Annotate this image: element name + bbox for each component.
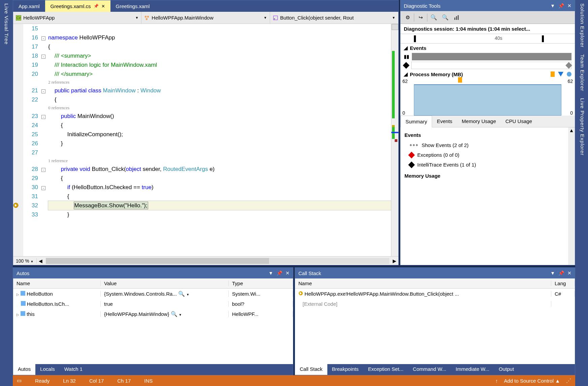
diamond-icon xyxy=(403,62,410,69)
scroll-left-icon[interactable]: ◀ xyxy=(37,258,44,264)
tab-greetings-cs[interactable]: Greetings.xaml.cs 📌 ✕ xyxy=(45,0,110,12)
diag-scrollbar[interactable]: ▲▼ xyxy=(568,127,575,265)
chevron-down-icon: ▼ xyxy=(264,16,267,20)
tab-events[interactable]: Events xyxy=(432,116,457,127)
horizontal-scrollbar[interactable] xyxy=(46,258,389,264)
memory-chart: 62 0 62 0 xyxy=(414,79,561,116)
code-editor[interactable]: 15161718192021222324252627282930313233 -… xyxy=(13,24,398,256)
source-control-button[interactable]: Add to Source Control ▲ xyxy=(504,378,560,384)
col-value[interactable]: Value xyxy=(101,280,229,286)
scroll-right-icon[interactable]: ▶ xyxy=(391,258,398,264)
fold-gutter[interactable]: ------ xyxy=(40,24,48,256)
chart-icon[interactable] xyxy=(452,12,462,23)
tab-callstack[interactable]: Call Stack xyxy=(295,364,327,375)
autos-panel: Autos ▼📌✕ Name Value Type ▷ HelloButton{… xyxy=(13,267,293,375)
memory-header[interactable]: ◢ Process Memory (MB) xyxy=(400,70,575,79)
callstack-title-bar[interactable]: Call Stack ▼📌✕ xyxy=(295,268,575,278)
red-diamond-icon xyxy=(408,152,415,158)
tab-autos[interactable]: Autos xyxy=(13,364,35,375)
tab-label: App.xaml xyxy=(19,3,40,9)
diagnostic-title-bar[interactable]: Diagnostic Tools ▼ 📌 ✕ xyxy=(400,0,575,11)
events-bar xyxy=(412,53,571,60)
pin-icon[interactable]: 📌 xyxy=(558,3,564,8)
col-name[interactable]: Name xyxy=(13,280,101,286)
pin-icon[interactable]: 📌 xyxy=(276,270,282,276)
split-handle-icon[interactable] xyxy=(392,24,398,30)
live-visual-tree-tab[interactable]: Live Visual Tree xyxy=(4,3,9,44)
marker-circle-icon xyxy=(567,72,571,77)
vertical-scrollbar[interactable] xyxy=(391,24,398,256)
tab-exception-settings[interactable]: Exception Set... xyxy=(363,364,408,375)
solution-explorer-tab[interactable]: Solution Explorer xyxy=(575,0,588,51)
autos-tabs: Autos Locals Watch 1 xyxy=(13,364,293,375)
chevron-down-icon[interactable]: ▼ xyxy=(550,3,555,8)
editor-footer: 100 % ▼ ◀ ▶ xyxy=(13,256,398,265)
col-lang[interactable]: Lang xyxy=(551,280,575,286)
chevron-down-icon[interactable]: ▼ xyxy=(268,270,273,276)
svg-point-6 xyxy=(274,18,275,20)
tab-label: Greetings.xaml xyxy=(116,3,150,9)
close-icon[interactable]: ✕ xyxy=(567,3,571,8)
zoom-out-icon[interactable]: 🔍 xyxy=(440,12,450,23)
events-header[interactable]: ◢ Events xyxy=(400,43,575,52)
tab-greetings-xaml[interactable]: Greetings.xaml xyxy=(110,0,155,12)
nav-class[interactable]: HelloWPFApp.MainWindow▼ xyxy=(141,12,270,24)
col-type[interactable]: Type xyxy=(229,280,293,286)
tab-immediate-window[interactable]: Immediate W... xyxy=(451,364,494,375)
tab-breakpoints[interactable]: Breakpoints xyxy=(327,364,363,375)
nav-bar: C# HelloWPFApp▼ HelloWPFApp.MainWindow▼ … xyxy=(13,12,398,24)
show-events-link[interactable]: ∘∘∘Show Events (2 of 2) xyxy=(404,140,564,150)
tab-cpu-usage[interactable]: CPU Usage xyxy=(501,116,537,127)
table-row[interactable]: [External Code] xyxy=(295,299,575,309)
pin-icon[interactable]: 📌 xyxy=(558,270,564,276)
table-row[interactable]: ▷ this{HelloWPFApp.MainWindow} 🔍 ▼HelloW… xyxy=(13,309,293,319)
tab-locals[interactable]: Locals xyxy=(35,364,59,375)
gear-icon[interactable]: ⚙ xyxy=(402,12,413,23)
breakpoint-gutter[interactable] xyxy=(13,24,23,256)
pause-icon: ▮▮ xyxy=(404,54,409,60)
close-icon[interactable]: ✕ xyxy=(567,270,571,276)
zoom-in-icon[interactable]: 🔍 xyxy=(429,12,439,23)
marker-blue-icon xyxy=(558,72,563,77)
col-name[interactable]: Name xyxy=(295,280,551,286)
tab-summary[interactable]: Summary xyxy=(400,116,432,127)
tab-memory-usage[interactable]: Memory Usage xyxy=(457,116,501,127)
exceptions-link[interactable]: Exceptions (0 of 0) xyxy=(404,150,564,160)
export-icon[interactable]: ↪ xyxy=(416,12,426,23)
svg-rect-8 xyxy=(454,18,455,20)
table-row[interactable]: HelloButton.IsCh...truebool? xyxy=(13,299,293,309)
nav-member[interactable]: Button_Click(object sender, Rout▼ xyxy=(270,12,398,24)
close-icon[interactable]: ✕ xyxy=(286,270,290,276)
status-ready: Ready xyxy=(35,378,50,384)
method-icon xyxy=(273,15,278,21)
gc-marker-icon xyxy=(458,77,462,83)
status-col: Col 17 xyxy=(89,378,104,384)
tab-command-window[interactable]: Command W... xyxy=(408,364,451,375)
team-explorer-tab[interactable]: Team Explorer xyxy=(575,51,588,95)
nav-namespace[interactable]: C# HelloWPFApp▼ xyxy=(13,12,141,24)
intellitrace-link[interactable]: IntelliTrace Events (1 of 1) xyxy=(404,160,564,170)
memory-subheader: Memory Usage xyxy=(404,173,564,179)
right-rail: Solution Explorer Team Explorer Live Pro… xyxy=(575,0,588,386)
diagnostic-tabs: Summary Events Memory Usage CPU Usage xyxy=(400,116,575,127)
autos-title-bar[interactable]: Autos ▼📌✕ xyxy=(13,268,293,278)
zoom-select[interactable]: 100 % ▼ xyxy=(13,258,37,264)
csharp-icon: C# xyxy=(16,15,21,21)
tab-app-xaml[interactable]: App.xaml xyxy=(13,0,45,12)
close-icon[interactable]: ✕ xyxy=(101,4,105,9)
table-row[interactable]: HelloWPFApp.exe!HelloWPFApp.MainWindow.B… xyxy=(295,289,575,299)
tab-watch1[interactable]: Watch 1 xyxy=(60,364,87,375)
diagnostic-summary: Events ∘∘∘Show Events (2 of 2) Exception… xyxy=(400,127,568,265)
live-property-explorer-tab[interactable]: Live Property Explorer xyxy=(575,95,588,159)
timeline[interactable]: 40s xyxy=(400,34,575,43)
left-rail[interactable]: Live Visual Tree xyxy=(0,0,13,386)
table-row[interactable]: ▷ HelloButton{System.Windows.Controls.Ra… xyxy=(13,289,293,299)
code-lines[interactable]: namespace HelloWPFApp{ /// <summary> ///… xyxy=(48,24,391,256)
tab-output[interactable]: Output xyxy=(494,364,519,375)
pin-icon[interactable]: 📌 xyxy=(94,4,99,8)
chevron-down-icon: ▼ xyxy=(392,16,395,20)
publish-icon[interactable]: ↑ xyxy=(495,378,498,384)
chevron-down-icon[interactable]: ▼ xyxy=(550,270,555,276)
class-icon xyxy=(144,15,150,21)
status-rect-icon: ▭ xyxy=(17,378,22,384)
